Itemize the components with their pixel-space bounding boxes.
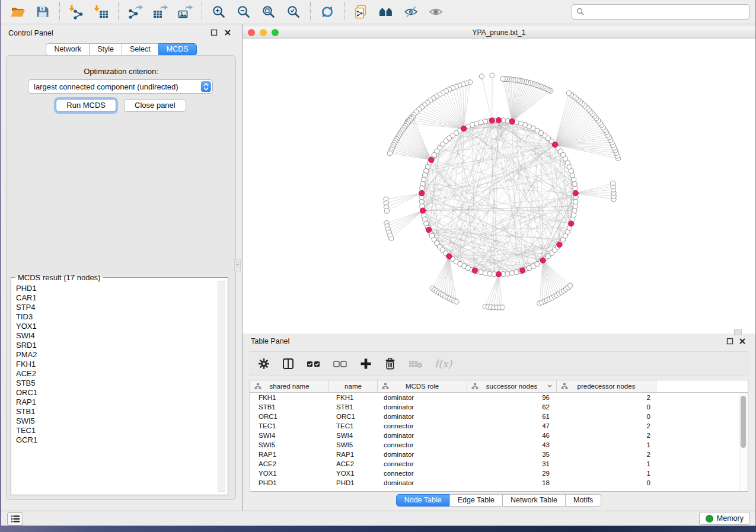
table-scrollbar-thumb[interactable] [741,396,746,448]
zoom-in-icon[interactable] [211,4,227,20]
mcds-node-item[interactable]: YOX1 [16,322,215,331]
network-window-titlebar[interactable]: YPA_prune.txt_1 [243,27,755,40]
mcds-node-item[interactable]: PMA2 [16,350,215,360]
tab-network-table[interactable]: Network Table [502,494,566,507]
cell-MCDS-role: connector [378,469,467,478]
cell-predecessor-nodes: 0 [557,402,656,412]
column-header-successor-nodes[interactable]: successor nodes [467,380,557,392]
mcds-result-scrollbar[interactable] [218,281,225,492]
table-row[interactable]: TEC1TEC1connector472 [250,421,739,431]
table-row[interactable]: YOX1YOX1connector291 [250,469,739,478]
mcds-result-title: MCDS result (17 nodes) [15,273,103,282]
float-table-panel-icon[interactable] [726,338,733,345]
cell-MCDS-role: dominator [378,431,467,440]
table-row[interactable]: STB1STB1dominator620 [250,402,739,412]
mcds-node-item[interactable]: FKH1 [16,360,215,369]
mcds-node-item[interactable]: STP4 [16,303,215,312]
mcds-node-item[interactable]: GCR1 [16,435,215,445]
mcds-node-item[interactable]: SRD1 [16,341,215,350]
table-row[interactable]: SWI4SWI4dominator462 [250,431,739,440]
cell-successor-nodes: 96 [467,393,557,402]
tab-network[interactable]: Network [46,43,90,56]
table-row[interactable]: PHD1PHD1dominator180 [250,478,739,488]
show-columns-icon[interactable] [282,357,295,370]
close-panel-button[interactable]: Close panel [124,99,186,112]
vertical-splitter-grip[interactable] [234,259,241,271]
export-image-icon[interactable] [177,4,193,20]
search-icon [576,7,585,17]
select-all-icon[interactable] [306,357,321,370]
optimization-criterion-select[interactable]: largest connected component (undirected) [28,79,213,94]
mcds-node-item[interactable]: PHD1 [16,284,215,293]
close-table-panel-icon[interactable] [739,338,746,345]
cell-MCDS-role: connector [378,421,467,431]
cell-predecessor-nodes: 2 [557,393,656,402]
search-box[interactable] [572,4,749,20]
import-table-icon[interactable] [94,4,109,20]
tab-node-table[interactable]: Node Table [396,494,450,507]
toolbar-group-refresh [311,4,344,20]
search-input[interactable] [585,6,749,18]
add-column-icon[interactable] [359,357,372,370]
mcds-result-list[interactable]: PHD1CAR1STP4TID3YOX1SWI4SRD1PMA2FKH1ACE2… [16,284,215,491]
cell-successor-nodes: 31 [467,459,557,469]
network-canvas[interactable] [243,39,755,334]
export-table-icon[interactable] [152,4,168,20]
horizontal-splitter-grip[interactable] [734,329,742,335]
cell-successor-nodes: 62 [467,402,557,412]
mcds-node-item[interactable]: TEC1 [16,426,215,435]
export-network-icon[interactable] [127,4,143,20]
table-row[interactable]: ORC1ORC1dominator610 [250,412,739,421]
mcds-node-item[interactable]: STB1 [16,407,215,416]
cell-predecessor-nodes: 1 [557,469,656,478]
column-header-shared-name[interactable]: shared name [250,380,329,392]
cell-name: ORC1 [329,412,378,421]
column-header-predecessor-nodes[interactable]: predecessor nodes [557,380,656,392]
tab-style[interactable]: Style [89,43,122,56]
mcds-node-item[interactable]: SWI5 [16,416,215,426]
tab-edge-table[interactable]: Edge Table [449,494,503,507]
deselect-all-icon[interactable] [333,357,348,370]
mcds-node-item[interactable]: ACE2 [16,369,215,379]
float-panel-icon[interactable] [210,29,218,36]
mcds-node-item[interactable]: TID3 [16,312,215,322]
table-row[interactable]: ACE2ACE2connector311 [250,459,739,469]
cell-predecessor-nodes: 2 [557,421,656,431]
cell-successor-nodes: 61 [467,412,557,421]
network-graph[interactable] [243,39,755,334]
table-row[interactable]: SWI5SWI5connector431 [250,440,739,450]
mcds-node-item[interactable]: SWI4 [16,331,215,341]
memory-button[interactable]: Memory [699,512,750,525]
import-network-icon[interactable] [69,4,84,20]
cell-shared-name: SWI5 [250,440,329,450]
show-panels-list-button[interactable] [7,512,23,525]
column-header-MCDS-role[interactable]: MCDS role [378,380,467,392]
zoom-out-icon[interactable] [236,4,251,20]
close-panel-icon[interactable] [224,29,231,36]
mcds-node-item[interactable]: ORC1 [16,388,215,398]
column-header-name[interactable]: name [329,380,378,392]
mcds-node-item[interactable]: STB5 [16,379,215,388]
delete-column-trash-icon[interactable] [384,357,397,370]
mcds-node-item[interactable]: CAR1 [16,293,215,303]
table-scrollbar[interactable] [739,393,747,491]
toolbar-group-export [119,4,202,20]
table-row[interactable]: FKH1FKH1dominator962 [250,393,739,402]
new-network-from-selection-icon[interactable] [353,4,369,20]
first-neighbors-icon[interactable] [378,4,394,20]
refresh-icon[interactable] [320,4,335,20]
mcds-node-item[interactable]: RAP1 [16,398,215,407]
tab-select[interactable]: Select [122,43,159,56]
run-mcds-button[interactable]: Run MCDS [56,99,116,112]
desktop-background: Control Panel NetworkStyleSelectMCDS Opt… [0,0,756,532]
table-settings-gear-icon[interactable] [257,357,270,370]
save-session-icon[interactable] [35,4,50,20]
zoom-fit-icon[interactable] [261,4,276,20]
control-panel: Control Panel NetworkStyleSelectMCDS Opt… [1,24,243,511]
tab-motifs[interactable]: Motifs [565,494,601,507]
hide-selected-icon[interactable] [403,4,419,20]
table-row[interactable]: RAP1RAP1dominator352 [250,450,739,459]
open-file-icon[interactable] [10,4,25,20]
zoom-selected-icon[interactable] [286,4,301,20]
tab-mcds[interactable]: MCDS [158,43,197,56]
